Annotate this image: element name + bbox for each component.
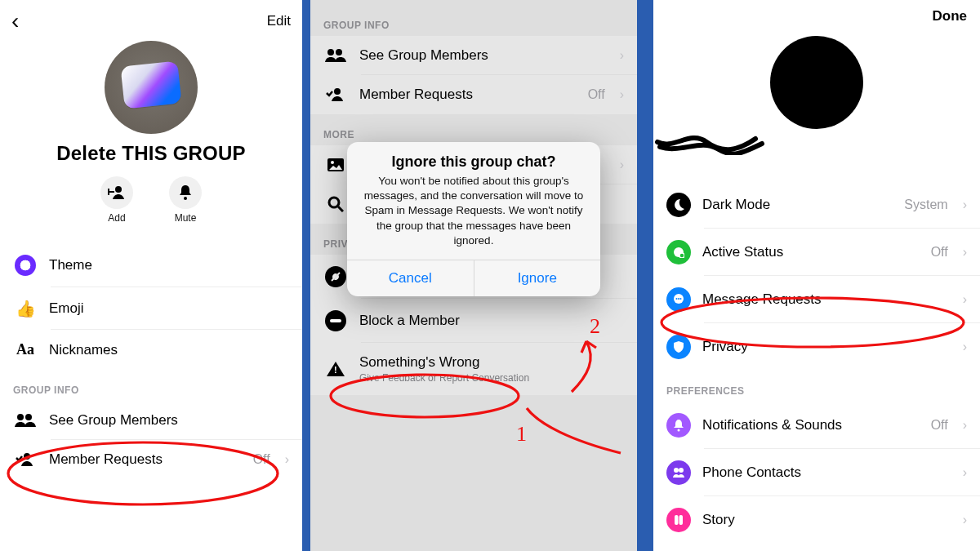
svg-point-9 xyxy=(334,88,341,95)
active-status-icon xyxy=(666,240,691,264)
nicknames-row[interactable]: Aa Nicknames xyxy=(0,330,302,370)
svg-point-21 xyxy=(680,298,682,300)
member-requests-label: Member Requests xyxy=(49,451,242,468)
member-requests-row[interactable]: Member Requests Off › xyxy=(0,440,302,479)
privacy-row[interactable]: Privacy › xyxy=(653,323,980,371)
member-requests-value: Off xyxy=(253,452,270,467)
phone-contacts-label: Phone Contacts xyxy=(702,464,951,481)
dialog-cancel-button[interactable]: Cancel xyxy=(347,260,474,296)
chat-bubble-icon xyxy=(666,287,691,312)
search-icon xyxy=(327,196,344,212)
svg-point-11 xyxy=(331,161,334,164)
add-person-icon xyxy=(108,185,126,200)
chevron-right-icon: › xyxy=(963,292,967,307)
emoji-row[interactable]: 👍 Emoji xyxy=(0,287,302,330)
dialog-ignore-button[interactable]: Ignore xyxy=(474,260,601,296)
message-requests-row[interactable]: Message Requests › xyxy=(653,276,980,323)
add-label: Add xyxy=(100,212,133,224)
chevron-right-icon: › xyxy=(963,340,967,354)
block-icon xyxy=(325,310,346,331)
active-status-label: Active Status xyxy=(702,244,920,260)
svg-point-4 xyxy=(17,414,24,420)
story-label: Story xyxy=(702,512,951,528)
edit-button[interactable]: Edit xyxy=(267,13,291,29)
bell-badge-icon xyxy=(666,413,691,438)
svg-rect-26 xyxy=(679,515,684,525)
warning-icon: ! xyxy=(327,362,345,376)
member-requests-label-2: Member Requests xyxy=(359,87,577,103)
mute-button[interactable]: Mute xyxy=(169,176,202,224)
dark-mode-label: Dark Mode xyxy=(702,197,893,213)
add-member-button[interactable]: Add xyxy=(100,176,133,224)
svg-point-0 xyxy=(115,186,122,193)
svg-point-6 xyxy=(24,453,30,460)
phone-contacts-row[interactable]: Phone Contacts › xyxy=(653,449,980,496)
notifications-value: Off xyxy=(931,418,948,433)
svg-point-23 xyxy=(674,468,679,473)
active-status-row[interactable]: Active Status Off › xyxy=(653,229,980,276)
bell-icon xyxy=(178,184,193,201)
svg-point-8 xyxy=(336,49,342,56)
chevron-right-icon: › xyxy=(285,452,289,467)
theme-icon xyxy=(15,255,36,276)
svg-rect-2 xyxy=(108,191,114,193)
ignore-confirm-dialog: Ignore this group chat? You won't be not… xyxy=(347,142,600,296)
section-preferences: PREFERENCES xyxy=(653,371,980,402)
member-requests-value-2: Off xyxy=(588,87,605,102)
notifications-label: Notifications & Sounds xyxy=(702,417,920,433)
section-group-info: GROUP INFO xyxy=(0,370,302,401)
ignore-dialog-screen: GROUP INFO See Group Members › Member Re… xyxy=(310,0,637,551)
notifications-row[interactable]: Notifications & Sounds Off › xyxy=(653,402,980,449)
svg-point-17 xyxy=(679,253,684,258)
svg-point-22 xyxy=(678,429,680,432)
section-more: MORE xyxy=(310,114,637,145)
svg-rect-15 xyxy=(330,319,341,322)
theme-row[interactable]: Theme xyxy=(0,243,302,287)
member-requests-row-2[interactable]: Member Requests Off › xyxy=(310,75,637,114)
group-settings-screen: ‹ Edit Delete THIS GROUP Add xyxy=(0,0,302,551)
shield-icon xyxy=(666,335,691,359)
section-group-info-2: GROUP INFO xyxy=(310,0,637,36)
svg-point-19 xyxy=(676,298,678,300)
chevron-right-icon: › xyxy=(963,465,967,480)
chevron-right-icon: › xyxy=(963,245,967,260)
story-row[interactable]: Story › xyxy=(653,496,980,544)
active-status-value: Off xyxy=(931,245,948,260)
dialog-title: Ignore this group chat? xyxy=(347,142,600,174)
person-check-icon xyxy=(326,87,345,102)
message-requests-label: Message Requests xyxy=(702,291,951,308)
wrong-label: Something's Wrong Give Feedback or Repor… xyxy=(359,354,624,384)
person-check-icon xyxy=(16,452,35,467)
profile-avatar[interactable] xyxy=(770,36,863,129)
chevron-right-icon: › xyxy=(620,48,624,63)
theme-label: Theme xyxy=(49,257,289,273)
see-members-label: See Group Members xyxy=(49,412,289,429)
group-title: Delete THIS GROUP xyxy=(0,142,302,165)
block-member-row[interactable]: Block a Member xyxy=(310,299,637,343)
svg-line-13 xyxy=(338,207,343,211)
story-icon xyxy=(666,508,691,532)
back-icon[interactable]: ‹ xyxy=(11,8,19,34)
chevron-right-icon: › xyxy=(620,158,624,172)
contacts-icon xyxy=(666,460,691,485)
nicknames-label: Nicknames xyxy=(49,342,289,358)
people-icon xyxy=(14,413,37,428)
privacy-label: Privacy xyxy=(702,339,951,355)
moon-icon xyxy=(666,193,691,217)
see-group-members-row[interactable]: See Group Members xyxy=(0,401,302,440)
something-wrong-row[interactable]: ! Something's Wrong Give Feedback or Rep… xyxy=(310,343,637,395)
dialog-body: You won't be notified about this group's… xyxy=(347,174,600,260)
svg-point-12 xyxy=(329,198,339,207)
photo-icon xyxy=(327,158,345,172)
svg-rect-25 xyxy=(675,515,679,525)
chevron-right-icon: › xyxy=(963,513,967,527)
svg-point-3 xyxy=(184,197,187,200)
redacted-name xyxy=(653,131,768,155)
block-label: Block a Member xyxy=(359,313,624,329)
chevron-right-icon: › xyxy=(963,418,967,433)
group-avatar[interactable] xyxy=(105,41,198,134)
see-members-label-2: See Group Members xyxy=(359,47,608,64)
see-group-members-row-2[interactable]: See Group Members › xyxy=(310,36,637,75)
done-button[interactable]: Done xyxy=(933,8,968,33)
dark-mode-row[interactable]: Dark Mode System › xyxy=(653,181,980,229)
